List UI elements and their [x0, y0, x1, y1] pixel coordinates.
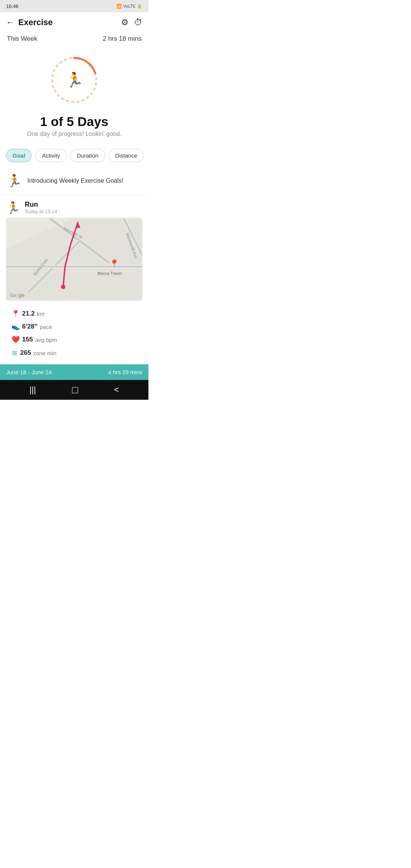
battery-icon: 🔋 — [137, 4, 142, 9]
wifi-icon: 📶 — [116, 4, 122, 9]
progress-ring: 🏃 — [48, 53, 101, 107]
days-main-text: 1 of 5 Days — [0, 114, 148, 129]
tab-duration[interactable]: Duration — [70, 149, 105, 162]
stat-pace: 👟 6'28" pace — [11, 321, 74, 332]
signal-icon: VoLTE — [123, 4, 135, 8]
zone-value: 265 — [20, 349, 31, 357]
tabs-row: Goal Activity Duration Distance — [0, 145, 148, 168]
stat-bpm: ❤️ 155 avg bpm — [11, 334, 74, 345]
week-label: This Week — [7, 35, 37, 43]
run-stats: 📍 21.2 km 👟 6'28" pace ❤️ 155 avg bpm ≋ … — [6, 304, 142, 364]
days-section: 1 of 5 Days One day of progress! Lookin'… — [0, 110, 148, 145]
run-time: Today at 13:14 — [25, 209, 57, 214]
svg-point-16 — [61, 285, 65, 289]
bpm-unit: avg bpm — [35, 337, 57, 343]
bottom-bar[interactable]: June 18 - June 24 4 hrs 29 mins — [0, 364, 148, 380]
zone-icon: ≋ — [11, 348, 18, 357]
tab-distance[interactable]: Distance — [109, 149, 144, 162]
distance-value: 21.2 — [22, 310, 35, 318]
week-time: 2 hrs 18 mins — [103, 35, 142, 43]
bottom-bar-date: June 18 - June 24 — [6, 369, 52, 375]
stat-distance: 📍 21.2 km — [11, 308, 74, 319]
promo-text: Introducing Weekly Exercise Goals! — [27, 177, 123, 184]
run-activity-icon: 🏃 — [6, 201, 20, 214]
run-header: 🏃 Run Today at 13:14 — [6, 201, 142, 214]
header: ← Exercise ⚙ ⏱ — [0, 12, 148, 33]
pace-icon: 👟 — [11, 322, 20, 331]
map-roads-svg: Kennedy St Burke Cres Wentworth Ave 📍 Me… — [6, 217, 142, 301]
bpm-value: 155 — [22, 336, 33, 343]
run-entry: 🏃 Run Today at 13:14 — [0, 195, 148, 364]
settings-icon[interactable]: ⚙ — [121, 18, 129, 27]
map-background: Kennedy St Burke Cres Wentworth Ave 📍 Me… — [6, 217, 142, 301]
status-icons: 📶 VoLTE 🔋 — [116, 4, 142, 9]
timer-icon[interactable]: ⏱ — [134, 18, 142, 27]
nav-back-icon[interactable]: < — [114, 385, 119, 395]
week-row: This Week 2 hrs 18 mins — [0, 33, 148, 46]
page-title: Exercise — [18, 18, 121, 27]
distance-icon: 📍 — [11, 310, 20, 318]
runner-icon: 🏃 — [65, 72, 83, 88]
heart-icon: ❤️ — [11, 335, 20, 344]
zone-unit: zone min — [33, 350, 56, 356]
svg-text:Mecca Travel: Mecca Travel — [97, 271, 121, 276]
header-icons: ⚙ ⏱ — [121, 18, 142, 27]
svg-text:📍: 📍 — [109, 259, 119, 269]
pace-unit: pace — [40, 324, 52, 330]
nav-menu-icon[interactable]: ||| — [29, 385, 36, 395]
bottom-bar-duration: 4 hrs 29 mins — [108, 369, 142, 375]
tab-goal[interactable]: Goal — [6, 149, 32, 162]
tab-activity[interactable]: Activity — [35, 149, 67, 162]
promo-runner-icon: 🏃 — [7, 174, 22, 188]
run-map[interactable]: Kennedy St Burke Cres Wentworth Ave 📍 Me… — [6, 217, 142, 301]
progress-section: 🏃 — [0, 46, 148, 110]
status-time: 16:46 — [6, 3, 19, 9]
nav-home-icon[interactable]: □ — [72, 384, 78, 396]
back-button[interactable]: ← — [6, 18, 14, 27]
run-info: Run Today at 13:14 — [25, 201, 57, 214]
pace-value: 6'28" — [22, 323, 37, 330]
distance-unit: km — [37, 311, 45, 317]
goal-promo: 🏃 Introducing Weekly Exercise Goals! — [0, 168, 148, 195]
run-title: Run — [25, 201, 57, 209]
stat-zone: ≋ 265 zone min — [11, 347, 74, 359]
google-logo: Google — [10, 293, 25, 298]
days-sub-text: One day of progress! Lookin' good. — [0, 131, 148, 137]
nav-bar: ||| □ < — [0, 380, 148, 400]
status-bar: 16:46 📶 VoLTE 🔋 — [0, 0, 148, 12]
